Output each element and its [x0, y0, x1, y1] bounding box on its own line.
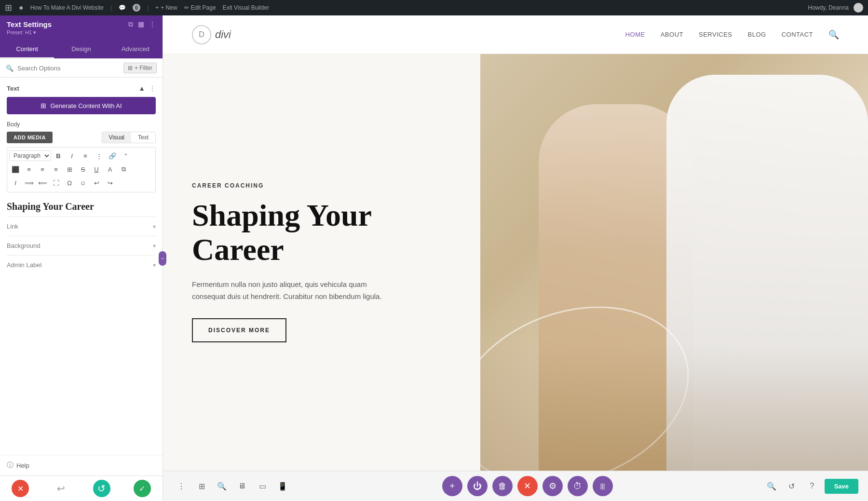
panel-icons: ⧉ ▦ ⋮ — [128, 20, 156, 28]
refresh-icon[interactable]: ↺ — [784, 478, 800, 494]
exit-builder-link[interactable]: Exit Visual Builder — [223, 4, 270, 11]
search-toolbar-icon[interactable]: 🔍 — [764, 478, 779, 494]
panel-preset[interactable]: Preset: H1 ▾ — [7, 29, 156, 36]
link-section-header[interactable]: Link ▾ — [7, 223, 156, 230]
columns-button[interactable]: ⫼ — [593, 476, 613, 496]
plus-icon: + — [155, 4, 159, 11]
link-chevron-icon: ▾ — [153, 223, 156, 230]
outdent-button[interactable]: ⟸ — [36, 176, 49, 189]
strikethrough-button[interactable]: S — [77, 163, 89, 176]
admin-bar-right: Howdy, Deanna — [808, 3, 864, 13]
bold-button[interactable]: B — [52, 149, 65, 162]
text-toggle-button[interactable]: Text — [131, 132, 155, 143]
italic-2-button[interactable]: I — [9, 176, 22, 189]
text-color-button[interactable]: A — [104, 163, 116, 176]
visual-text-toggle: Visual Text — [102, 132, 156, 143]
link-label: Link — [7, 223, 18, 230]
tab-advanced[interactable]: Advanced — [108, 41, 163, 58]
visual-toggle-button[interactable]: Visual — [102, 132, 131, 143]
nav-contact[interactable]: CONTACT — [782, 31, 813, 38]
search-pages-button[interactable]: 🔍 — [213, 477, 231, 495]
ai-generate-button[interactable]: ⊞ Generate Content With AI — [7, 97, 156, 114]
hero-description: Fermentum nulla non justo aliquet, quis … — [192, 278, 394, 303]
add-element-button[interactable]: + — [442, 476, 462, 496]
tab-design[interactable]: Design — [54, 41, 108, 58]
text-section-header: Text ▲ ⋮ — [7, 84, 156, 92]
close-element-button[interactable]: ✕ — [517, 476, 538, 496]
power-button[interactable]: ⏻ — [467, 476, 488, 496]
indent-button[interactable]: ⟹ — [23, 176, 35, 189]
filter-icon: ⊞ — [128, 65, 133, 71]
edit-page-link[interactable]: ✏ Edit Page — [184, 4, 216, 11]
panel-title: Text Settings — [7, 20, 52, 28]
logo-name: divi — [215, 28, 231, 41]
unordered-list-button[interactable]: ≡ — [79, 149, 92, 162]
collapse-icon[interactable]: ▲ — [138, 84, 145, 92]
desktop-view-button[interactable]: 🖥 — [233, 477, 251, 495]
more-options-icon[interactable]: ⋮ — [149, 84, 156, 92]
emoji-button[interactable]: ☺ — [77, 176, 89, 189]
preview-text[interactable]: Shaping Your Career — [7, 196, 156, 217]
tablet-view-button[interactable]: ▭ — [254, 477, 271, 495]
confirm-button[interactable]: ✓ — [134, 480, 151, 497]
mobile-view-button[interactable]: 📱 — [274, 477, 291, 495]
admin-label-section-header[interactable]: Admin Label ▾ — [7, 261, 156, 269]
more-icon[interactable]: ⋮ — [149, 20, 156, 28]
site-name-link[interactable]: How To Make A Divi Website — [30, 4, 104, 11]
nav-about[interactable]: ABOUT — [661, 31, 683, 38]
undo-button[interactable]: ↩ — [90, 176, 103, 189]
underline-button[interactable]: U — [90, 163, 103, 176]
align-center-button[interactable]: ≡ — [23, 163, 35, 176]
text-section-title: Text — [7, 85, 19, 92]
grid-view-button[interactable]: ⊞ — [193, 477, 210, 495]
editor-toolbar: Paragraph B I ≡ ⋮ 🔗 " ⬛ ≡ ≡ ≡ ⊞ S U — [7, 147, 156, 192]
blockquote-button[interactable]: " — [120, 149, 132, 162]
align-left-button[interactable]: ⬛ — [9, 163, 22, 176]
help-text[interactable]: Help — [16, 462, 29, 469]
new-link[interactable]: + + New — [155, 4, 177, 11]
background-section-header[interactable]: Background ▾ — [7, 242, 156, 249]
copy-icon[interactable]: ⧉ — [128, 20, 133, 28]
close-button[interactable]: ✕ — [12, 480, 29, 497]
italic-button[interactable]: I — [66, 149, 78, 162]
save-button[interactable]: Save — [825, 479, 858, 494]
grid-icon[interactable]: ▦ — [138, 20, 144, 28]
undo-button[interactable]: ↩ — [52, 480, 69, 497]
delete-element-button[interactable]: 🗑 — [492, 476, 513, 496]
panel-tabs: Content Design Advanced — [0, 41, 163, 59]
filter-button[interactable]: ⊞ + Filter — [123, 63, 157, 73]
align-justify-button[interactable]: ≡ — [50, 163, 62, 176]
circle-logo-icon: ● — [19, 3, 24, 12]
history-button[interactable]: ⏱ — [568, 476, 588, 496]
paste-button[interactable]: ⧉ — [117, 163, 130, 176]
resize-handle[interactable]: ↔ — [159, 251, 166, 266]
help-toolbar-icon[interactable]: ? — [804, 478, 820, 494]
align-right-button[interactable]: ≡ — [36, 163, 49, 176]
nav-services[interactable]: SERVICES — [699, 31, 732, 38]
tab-content[interactable]: Content — [0, 41, 54, 58]
paragraph-select[interactable]: Paragraph — [9, 150, 51, 161]
more-menu-button[interactable]: ⋮ — [173, 477, 190, 495]
fullscreen-button[interactable]: ⛶ — [50, 176, 62, 189]
add-media-button[interactable]: ADD MEDIA — [7, 132, 53, 143]
settings-button[interactable]: ⚙ — [542, 476, 563, 496]
redo-button[interactable]: ↺ — [93, 480, 110, 497]
nav-blog[interactable]: BLOG — [748, 31, 766, 38]
toolbar-right-buttons: 🔍 ↺ ? Save — [764, 478, 858, 494]
nav-home[interactable]: HOME — [625, 31, 645, 38]
omega-button[interactable]: Ω — [63, 176, 76, 189]
hero-cta-button[interactable]: DISCOVER MORE — [192, 318, 286, 342]
hero-image — [480, 54, 868, 471]
ordered-list-button[interactable]: ⋮ — [93, 149, 105, 162]
link-button[interactable]: 🔗 — [106, 149, 119, 162]
toolbar-center-buttons: + ⏻ 🗑 ✕ ⚙ ⏱ ⫼ — [442, 476, 613, 496]
background-chevron-icon: ▾ — [153, 243, 156, 249]
hero-title-line1: Shaping Your — [192, 198, 372, 232]
nav-search-icon[interactable]: 🔍 — [828, 29, 839, 40]
table-button[interactable]: ⊞ — [63, 163, 76, 176]
edit-page-label: Edit Page — [191, 4, 216, 11]
redo-button[interactable]: ↪ — [104, 176, 116, 189]
wordpress-logo-icon[interactable]: ⊞ — [5, 2, 12, 13]
search-input[interactable] — [17, 65, 120, 72]
help-icon: ⓘ — [7, 461, 14, 470]
